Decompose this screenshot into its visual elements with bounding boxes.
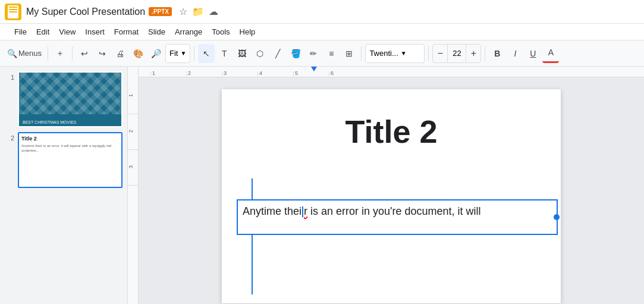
paint-format-button[interactable]: 🎨 [130,44,146,63]
ruler-left-mark-3: 3 [128,150,138,186]
slide-thumb-2[interactable]: Title 2 Anytime their is an error, it wi… [18,132,122,188]
italic-button[interactable]: I [507,44,523,63]
slide-2-preview: Title 2 Anytime their is an error, it wi… [19,133,121,187]
divider-5 [428,46,429,61]
app-logo [5,4,21,20]
pen-tool[interactable]: ✏ [305,44,322,63]
color-button[interactable]: A [542,44,559,63]
text-suffix: is an error in you're document, it will [307,205,481,217]
slide-item-2[interactable]: 2 Title 2 Anytime their is an error, it … [5,132,122,188]
menu-help[interactable]: Help [235,26,260,38]
image-tool[interactable]: 🖼 [234,44,250,63]
divider-3 [194,46,194,61]
slide-1-preview: BEST CHRISTMAS MOVIES [19,73,121,126]
slide-1-title: BEST CHRISTMAS MOVIES [21,120,119,125]
text-box-container: Anytime their is an error in you're docu… [237,199,558,235]
add-button[interactable]: ＋ [52,44,68,63]
slide-2-title: Title 2 [21,136,119,142]
cloud-icon[interactable]: ☁ [209,6,218,17]
slide-number-1: 1 [5,74,14,81]
divider-4 [361,46,362,61]
slide-1-pattern [19,73,121,114]
font-size-decrease[interactable]: − [433,44,447,63]
menu-edit[interactable]: Edit [32,26,54,38]
slide-2-body: Anytime their is an error, it will appea… [21,143,119,153]
star-icon[interactable]: ☆ [179,6,187,17]
menu-view[interactable]: View [54,26,80,38]
line-tool[interactable]: ╱ [269,44,286,63]
file-type-badge: .PPTX [149,7,172,16]
title-bar: My Super Cool Presentation .PPTX ☆ 📁 ☁ [0,0,644,24]
canvas-main: 1 2 3 4 5 6 Title 2 [139,67,644,304]
ruler-mark-5: 5 [293,71,329,76]
print-button[interactable]: 🖨 [112,44,128,63]
slide-canvas[interactable]: Title 2 [222,89,561,303]
bold-button[interactable]: B [489,44,505,63]
menu-bar: File Edit View Insert Format Slide Arran… [0,24,644,40]
slide-wrapper: Title 2 [222,89,561,303]
ruler-mark-2: 2 [186,71,222,76]
resize-handle[interactable] [554,214,560,220]
menus-label: Menus [18,49,42,58]
menu-tools[interactable]: Tools [207,26,234,38]
ruler-mark-3: 3 [222,71,257,76]
search-icon: 🔍 [7,49,17,58]
zoom-select[interactable]: Fit ▼ [165,44,190,63]
divider-2 [72,46,73,61]
text-tool[interactable]: T [216,44,233,63]
ruler-mark-1: 1 [150,71,186,76]
canvas-area[interactable]: Title 2 [139,77,644,304]
ruler-top: 1 2 3 4 5 6 [139,67,644,77]
shape-tool[interactable]: ⬡ [252,44,268,63]
menu-insert[interactable]: Insert [80,26,109,38]
toolbar: 🔍 Menus ＋ ↩ ↪ 🖨 🎨 🔎 Fit ▼ ↖ T 🖼 ⬡ ╱ 🪣 ✏ … [0,40,644,67]
main-area: 1 BEST CHRISTMAS MOVIES 2 Title 2 Anytim… [0,67,644,304]
ruler-mark-4: 4 [257,71,293,76]
font-size-control: − 22 + [432,44,481,63]
menu-format[interactable]: Format [109,26,143,38]
ruler-left: 1 2 3 [128,67,139,304]
font-chevron: ▼ [401,50,407,57]
slide-title[interactable]: Title 2 [257,113,525,150]
slide-thumb-1[interactable]: BEST CHRISTMAS MOVIES [18,71,122,127]
text-cursor [302,206,303,217]
cursor-tool[interactable]: ↖ [198,44,215,63]
ruler-mark-6: 6 [329,71,365,76]
slide-number-2: 2 [5,134,14,142]
canvas-with-ruler: 1 2 3 1 2 3 4 5 6 [128,67,644,304]
underline-button[interactable]: U [524,44,541,63]
font-select[interactable]: Twenti... ▼ [365,44,425,63]
folder-icon[interactable]: 📁 [192,6,204,17]
ruler-cursor-marker [311,67,317,71]
ruler-marks: 1 2 3 4 5 6 [150,67,365,77]
divider-6 [485,46,485,61]
slide-cursor [252,178,253,294]
grid-tool[interactable]: ⊞ [341,44,357,63]
redo-button[interactable]: ↪ [94,44,111,63]
presentation-title: My Super Cool Presentation [26,7,145,17]
zoom-button[interactable]: 🔎 [147,44,164,63]
font-size-value[interactable]: 22 [447,45,466,62]
ruler-left-mark-1: 1 [128,79,138,114]
divider-1 [48,46,48,61]
slides-panel: 1 BEST CHRISTMAS MOVIES 2 Title 2 Anytim… [0,67,128,304]
font-size-increase[interactable]: + [466,44,480,63]
align-tool[interactable]: ≡ [323,44,340,63]
menu-slide[interactable]: Slide [143,26,170,38]
menu-arrange[interactable]: Arrange [170,26,207,38]
slide-item-1[interactable]: 1 BEST CHRISTMAS MOVIES [5,71,122,127]
ruler-left-mark-2: 2 [128,114,138,150]
text-box[interactable]: Anytime their is an error in you're docu… [237,199,558,235]
zoom-chevron: ▼ [180,50,186,57]
search-button[interactable]: 🔍 Menus [5,44,44,63]
menu-file[interactable]: File [10,26,32,38]
paint-tool[interactable]: 🪣 [287,44,304,63]
undo-button[interactable]: ↩ [76,44,93,63]
text-prefix: Anytime thei [243,205,301,217]
